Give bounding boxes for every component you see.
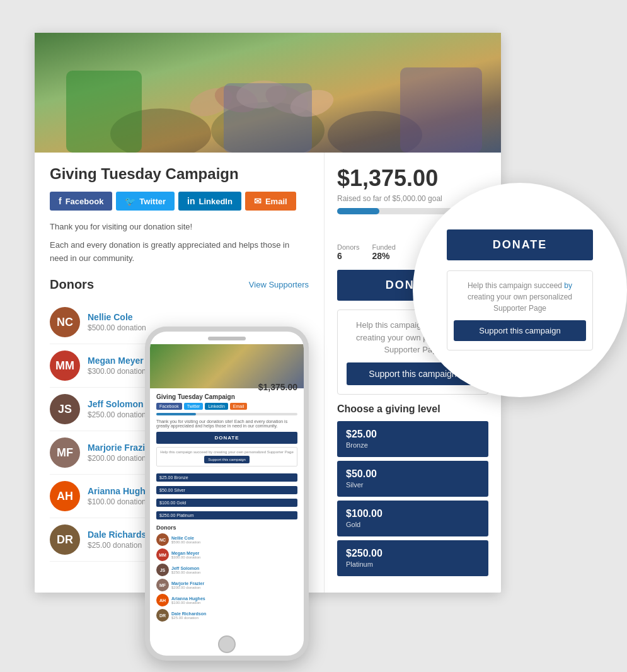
giving-level-button[interactable]: $250.00Platinum [337, 540, 488, 576]
phone-donate-button[interactable]: DONATE [156, 432, 297, 444]
phone-donor-info: Jeff Solomon $250.00 donation [171, 566, 200, 574]
level-name: Silver [346, 481, 364, 489]
twitter-icon: 🐦 [125, 196, 135, 206]
phone-wrapper: Giving Tuesday Campaign $1,375.00 Facebo… [145, 327, 309, 661]
donors-stat-value: 6 [337, 251, 359, 261]
donor-name[interactable]: Jeff Solomon [88, 399, 146, 409]
phone-twitter-btn[interactable]: Twitter [184, 403, 204, 410]
phone-donor-info: Marjorie Frazier $200.00 donation [171, 581, 204, 589]
phone-email-btn[interactable]: Email [230, 403, 248, 410]
phone-donor-avatar: MF [156, 579, 169, 591]
giving-level-button[interactable]: $100.00Gold [337, 501, 488, 536]
level-amount: $250.00 [346, 548, 480, 559]
phone-support-campaign-btn[interactable]: Support this campaign [204, 456, 250, 463]
phone-donors-title: Donors [156, 524, 297, 531]
level-amount: $25.00 [346, 429, 480, 440]
phone-linkedin-btn[interactable]: LinkedIn [205, 403, 227, 410]
phone-progress-fill [156, 413, 196, 415]
facebook-button[interactable]: f Facebook [50, 192, 112, 211]
avatar-img: AH [50, 481, 80, 511]
email-button[interactable]: ✉ Email [245, 192, 296, 211]
phone-donor-amount: $100.00 donation [171, 601, 205, 605]
donor-amount: $200.00 donation [88, 454, 153, 463]
phone-donor-amount: $250.00 donation [171, 571, 200, 574]
donors-stat-label: Donors [337, 243, 359, 251]
circle-support-btn[interactable]: Support this campaign [454, 320, 586, 341]
donors-header: Donors View Supporters [50, 277, 309, 292]
donor-info: Megan Meyer $300.00 donation [88, 356, 146, 376]
phone-level-silver[interactable]: $50.00 Silver [156, 486, 297, 494]
linkedin-label: LinkedIn [198, 197, 232, 206]
donor-info: Jeff Solomon $250.00 donation [88, 399, 146, 419]
linkedin-button[interactable]: in LinkedIn [178, 192, 241, 211]
level-amount: $100.00 [346, 508, 480, 519]
donor-name[interactable]: Nellie Cole [88, 312, 146, 322]
phone-facebook-btn[interactable]: Facebook [156, 403, 182, 410]
linkedin-icon: in [187, 196, 195, 206]
donor-avatar: NC [50, 307, 80, 337]
twitter-button[interactable]: 🐦 Twitter [116, 192, 175, 211]
email-icon: ✉ [254, 196, 262, 206]
phone-giving-levels: $25.00 Bronze $50.00 Silver $100.00 Gold… [156, 470, 297, 521]
svg-rect-10 [224, 83, 312, 153]
donor-name[interactable]: Megan Meyer [88, 356, 146, 366]
circle-supporter-text: Help this campaign succeed by creating y… [454, 280, 586, 314]
giving-level-button[interactable]: $50.00Silver [337, 461, 488, 497]
phone-donor-name[interactable]: Marjorie Frazier [171, 581, 204, 586]
phone-donor-name[interactable]: Jeff Solomon [171, 566, 200, 571]
donor-avatar: MM [50, 350, 80, 381]
avatar-img: NC [50, 307, 80, 337]
level-name: Bronze [346, 441, 368, 449]
page-wrapper: Giving Tuesday Campaign f Facebook 🐦 Twi… [0, 0, 627, 672]
phone-level-gold[interactable]: $100.00 Gold [156, 499, 297, 507]
avatar-img: MM [50, 350, 80, 381]
phone-donor-name[interactable]: Nellie Cole [171, 536, 200, 540]
donor-name[interactable]: Marjorie Frazier [88, 443, 153, 453]
circle-highlight: by [564, 281, 572, 290]
funded-stat: Funded 28% [372, 243, 395, 261]
phone-home-button[interactable] [218, 635, 236, 653]
phone-level-bronze[interactable]: $25.00 Bronze [156, 473, 297, 482]
giving-levels-list: $25.00Bronze$50.00Silver$100.00Gold$250.… [337, 421, 488, 580]
donor-amount: $300.00 donation [88, 367, 146, 376]
donors-stat: Donors 6 [337, 243, 359, 261]
phone-notch [208, 337, 246, 340]
giving-level-button[interactable]: $25.00Bronze [337, 421, 488, 457]
circle-popup: DONATE Help this campaign succeed by cre… [413, 183, 627, 397]
phone-donor-item: DR Dale Richardson $25.00 donation [156, 609, 297, 622]
level-amount: $50.00 [346, 468, 480, 480]
email-label: Email [265, 197, 287, 206]
phone-amount-raised: $1,375.00 [258, 382, 297, 392]
phone-donor-amount: $300.00 donation [171, 555, 200, 559]
phone-donor-avatar: NC [156, 533, 169, 546]
description-line-1: Thank you for visiting our donation site… [50, 221, 309, 234]
progress-fill [337, 208, 379, 214]
description: Thank you for visiting our donation site… [50, 221, 309, 265]
phone-outer: Giving Tuesday Campaign $1,375.00 Facebo… [145, 327, 309, 661]
view-supporters-link[interactable]: View Supporters [249, 280, 309, 289]
avatar-img: MF [50, 437, 80, 468]
social-buttons: f Facebook 🐦 Twitter in LinkedIn ✉ Email [50, 192, 309, 211]
phone-donor-name[interactable]: Arianna Hughes [171, 596, 205, 601]
phone-donor-item: MM Megan Meyer $300.00 donation [156, 548, 297, 561]
hero-image [35, 33, 501, 153]
circle-donate-button[interactable]: DONATE [447, 229, 593, 260]
phone-donor-item: AH Arianna Hughes $100.00 donation [156, 594, 297, 606]
donor-avatar: AH [50, 481, 80, 511]
phone-donor-item: MF Marjorie Frazier $200.00 donation [156, 579, 297, 591]
avatar-img: DR [50, 524, 80, 555]
phone-donors-list: NC Nellie Cole $500.00 donation MM Megan… [156, 533, 297, 622]
phone-level-platinum[interactable]: $250.00 Platinum [156, 511, 297, 519]
phone-donor-name[interactable]: Megan Meyer [171, 551, 200, 555]
phone-donor-avatar: DR [156, 609, 169, 622]
donor-amount: $500.00 donation [88, 323, 146, 332]
donor-amount: $250.00 donation [88, 410, 146, 419]
phone-donor-avatar: JS [156, 564, 169, 576]
donor-avatar: MF [50, 437, 80, 468]
phone-social-buttons: Facebook Twitter LinkedIn Email [156, 403, 297, 410]
phone-donor-name[interactable]: Dale Richardson [171, 611, 206, 616]
avatar-img: JS [50, 394, 80, 424]
phone-donor-item: JS Jeff Solomon $250.00 donation [156, 564, 297, 576]
donor-avatar: JS [50, 394, 80, 424]
donors-title: Donors [50, 277, 94, 292]
